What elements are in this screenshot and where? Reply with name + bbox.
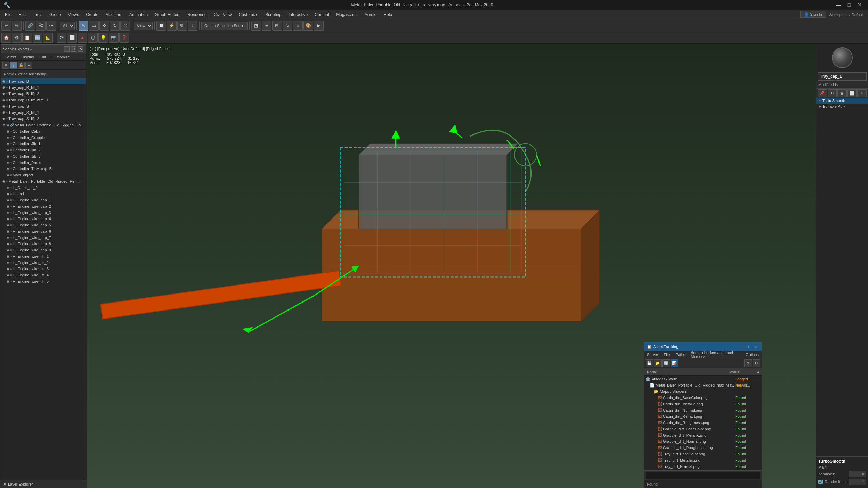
at-item-0[interactable]: 🏦Autodesk VaultLogged... bbox=[644, 376, 762, 382]
se-menu-customize[interactable]: Customize bbox=[49, 53, 73, 60]
at-maximize-btn[interactable]: □ bbox=[747, 344, 753, 349]
menu-item-modifiers[interactable]: Modifiers bbox=[102, 10, 126, 19]
at-item-6[interactable]: 🖼Cabin_dirt_Refract.pngFound bbox=[644, 413, 762, 420]
menu-item-views[interactable]: Views bbox=[64, 10, 82, 19]
scene-item-3[interactable]: ◉≡Tray_cap_B_lift_wire_1 bbox=[1, 97, 86, 103]
scene-item-27[interactable]: ◉≡H_Engine_wire_cap_9 bbox=[1, 247, 86, 253]
menu-item-scripting[interactable]: Scripting bbox=[262, 10, 285, 19]
tb2-btn1[interactable]: 🏠 bbox=[1, 33, 11, 43]
tb2-btn12[interactable]: ❓ bbox=[119, 33, 129, 43]
at-item-11[interactable]: 🖼Grapple_dirt_Roughness.pngFound bbox=[644, 445, 762, 451]
scene-item-19[interactable]: ◉≡H_Engine_wire_cap_1 bbox=[1, 197, 86, 203]
at-menu-bitmap-performance-and-memory[interactable]: Bitmap Performance and Memory bbox=[688, 351, 743, 358]
se-delete-btn[interactable]: ✕ bbox=[2, 62, 9, 69]
menu-item-edit[interactable]: Edit bbox=[15, 10, 29, 19]
create-selection-set-btn[interactable]: Create Selection Set ▼ bbox=[201, 22, 248, 30]
scene-item-9[interactable]: ◉≡Controller_Grapple bbox=[1, 134, 86, 141]
curve-btn[interactable]: ∿ bbox=[283, 21, 292, 31]
menu-item-interactive[interactable]: Interactive bbox=[285, 10, 311, 19]
scene-item-25[interactable]: ◉≡H_Engine_wire_cap_7 bbox=[1, 234, 86, 241]
at-tb-settings[interactable]: ⚙ bbox=[753, 359, 760, 367]
snap-toggle-btn[interactable]: 🔲 bbox=[156, 21, 166, 31]
rotate-btn[interactable]: ↻ bbox=[110, 21, 120, 31]
scene-item-2[interactable]: ◉≡Tray_cap_B_lift_2 bbox=[1, 91, 86, 97]
menu-item-content[interactable]: Content bbox=[311, 10, 333, 19]
config-btn[interactable]: ⬜ bbox=[847, 89, 857, 97]
render-btn[interactable]: ▶ bbox=[314, 21, 324, 31]
maximize-button[interactable]: □ bbox=[844, 1, 854, 9]
move-btn[interactable]: ✛ bbox=[99, 21, 109, 31]
se-minimize-btn[interactable]: — bbox=[64, 46, 70, 52]
tb2-btn8[interactable]: 🔺 bbox=[78, 33, 87, 43]
render-iters-input[interactable] bbox=[849, 479, 866, 485]
move-mod-btn[interactable]: ✎ bbox=[857, 89, 867, 97]
tb2-btn7[interactable]: ⬜ bbox=[67, 33, 77, 43]
scene-item-5[interactable]: ◉≡Tray_cap_S_lift_1 bbox=[1, 109, 86, 116]
at-item-13[interactable]: 🖼Tray_dirt_Metallic.pngFound bbox=[644, 457, 762, 463]
at-item-2[interactable]: 📂Maps / Shaders bbox=[644, 388, 762, 395]
scene-item-20[interactable]: ◉≡H_Engine_wire_cap_2 bbox=[1, 203, 86, 209]
menu-item-create[interactable]: Create bbox=[82, 10, 102, 19]
at-tb-btn2[interactable]: 📁 bbox=[654, 359, 662, 367]
at-menu-server[interactable]: Server bbox=[644, 351, 661, 358]
scene-item-24[interactable]: ◉≡H_Engine_wire_cap_6 bbox=[1, 228, 86, 234]
viewport[interactable]: [ + ] [Perspective] [User Defined] [Edge… bbox=[87, 44, 816, 488]
render-setup-btn[interactable]: 🖥 bbox=[293, 21, 303, 31]
se-maximize-btn[interactable]: □ bbox=[71, 46, 76, 52]
scene-item-0[interactable]: ◉≡Tray_cap_B bbox=[1, 78, 86, 84]
scene-item-1[interactable]: ◉≡Tray_cap_B_lift_1 bbox=[1, 84, 86, 91]
menu-item-help[interactable]: Help bbox=[380, 10, 396, 19]
at-search-input[interactable] bbox=[646, 472, 760, 479]
unlink-btn[interactable]: ⛓ bbox=[36, 21, 46, 31]
scene-item-22[interactable]: ◉≡H_Engine_wire_cap_4 bbox=[1, 216, 86, 222]
redo-btn[interactable]: ↪ bbox=[12, 21, 22, 31]
at-item-10[interactable]: 🖼Grapple_dirt_Normal.pngFound bbox=[644, 438, 762, 445]
scene-list[interactable]: ◉≡Tray_cap_B◉≡Tray_cap_B_lift_1◉≡Tray_ca… bbox=[1, 78, 86, 479]
delete-mod-btn[interactable]: 🗑 bbox=[837, 89, 847, 97]
scene-item-7[interactable]: ▼◉🔗Metal_Baler_Portable_Old_Rigged_Co... bbox=[1, 122, 86, 128]
select-link-btn[interactable]: 🔗 bbox=[25, 21, 35, 31]
minimize-button[interactable]: — bbox=[834, 1, 844, 9]
at-file-list[interactable]: 🏦Autodesk VaultLogged...📄Metal_Baler_Por… bbox=[644, 376, 762, 470]
tb2-btn4[interactable]: 🔤 bbox=[33, 33, 42, 43]
tb2-btn11[interactable]: 📷 bbox=[109, 33, 119, 43]
at-item-14[interactable]: 🖼Tray_dirt_Normal.pngFound bbox=[644, 463, 762, 470]
mirror-btn[interactable]: ⬔ bbox=[251, 21, 261, 31]
scene-item-8[interactable]: ◉≡Controller_Cabin bbox=[1, 128, 86, 134]
menu-item-civil-view[interactable]: Civil View bbox=[210, 10, 235, 19]
scene-item-13[interactable]: ◉≡Controller_Press bbox=[1, 159, 86, 166]
at-item-12[interactable]: 🖼Tray_dirt_BaseColor.pngFound bbox=[644, 451, 762, 457]
at-item-1[interactable]: 📄Metal_Baler_Portable_Old_Rigged_max_vra… bbox=[644, 382, 762, 388]
scene-item-28[interactable]: ◉≡H_Engine_wire_lift_1 bbox=[1, 253, 86, 259]
at-item-8[interactable]: 🖼Grapple_dirt_BaseColor.pngFound bbox=[644, 426, 762, 432]
at-menu-file[interactable]: File bbox=[661, 351, 673, 358]
scene-item-31[interactable]: ◉≡H_Engine_wire_lift_4 bbox=[1, 272, 86, 278]
scene-item-21[interactable]: ◉≡H_Engine_wire_cap_3 bbox=[1, 209, 86, 216]
tb2-btn9[interactable]: ⬡ bbox=[88, 33, 98, 43]
modifier-stack[interactable]: ● TurboSmooth ▶ Editable Poly bbox=[816, 98, 868, 456]
at-item-3[interactable]: 🖼Cabin_dirt_BaseColor.pngFound bbox=[644, 395, 762, 401]
iterations-input[interactable] bbox=[849, 471, 866, 477]
scene-item-11[interactable]: ◉≡Controller_Jib_2 bbox=[1, 147, 86, 153]
se-sort-btn[interactable]: ↕ bbox=[10, 62, 17, 69]
tb2-btn5[interactable]: 📐 bbox=[43, 33, 53, 43]
bind-space-warp-btn[interactable]: 〜 bbox=[46, 21, 56, 31]
tb2-btn6[interactable]: ⟳ bbox=[57, 33, 66, 43]
scale-btn[interactable]: ⬡ bbox=[120, 21, 130, 31]
scene-item-30[interactable]: ◉≡H_Engine_wire_lift_3 bbox=[1, 266, 86, 272]
layer-btn[interactable]: ⊞ bbox=[272, 21, 282, 31]
scene-item-29[interactable]: ◉≡H_Engine_wire_lift_2 bbox=[1, 259, 86, 266]
funnel-btn[interactable]: ⚙ bbox=[828, 89, 837, 97]
at-tb-btn1[interactable]: 💾 bbox=[646, 359, 653, 367]
se-menu-edit[interactable]: Edit bbox=[37, 53, 49, 60]
align-btn[interactable]: ≡ bbox=[262, 21, 271, 31]
at-menu-options[interactable]: Options bbox=[743, 351, 762, 358]
scene-item-23[interactable]: ◉≡H_Engine_wire_cap_5 bbox=[1, 222, 86, 228]
material-editor-btn[interactable]: 🎨 bbox=[303, 21, 313, 31]
menu-item-animation[interactable]: Animation bbox=[126, 10, 151, 19]
tb2-btn3[interactable]: 📋 bbox=[22, 33, 32, 43]
select-obj-btn[interactable]: ↖ bbox=[79, 21, 88, 31]
se-close-btn[interactable]: ✕ bbox=[78, 46, 83, 52]
menu-item-graph-editors[interactable]: Graph Editors bbox=[151, 10, 184, 19]
tb2-btn10[interactable]: 💡 bbox=[98, 33, 108, 43]
